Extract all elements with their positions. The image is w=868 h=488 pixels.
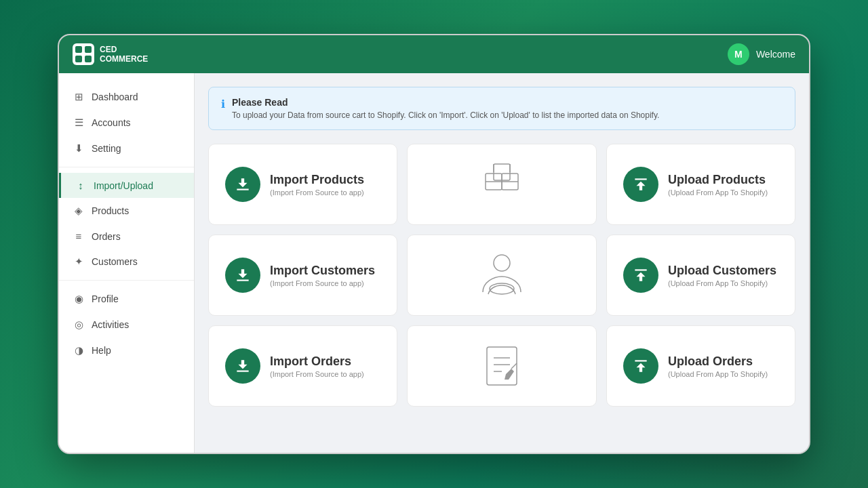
svg-rect-3 bbox=[85, 56, 92, 62]
sidebar-label-accounts: Accounts bbox=[92, 117, 131, 128]
sidebar-label-help: Help bbox=[92, 345, 111, 356]
upload-products-card[interactable]: Upload Products (Upload From App To Shop… bbox=[606, 144, 795, 225]
upload-customers-title: Upload Customers bbox=[668, 264, 776, 278]
logo-icon bbox=[73, 43, 94, 65]
activities-icon: ◎ bbox=[73, 319, 85, 331]
import-upload-icon: ↕ bbox=[75, 180, 87, 191]
upload-customers-card[interactable]: Upload Customers (Upload From App To Sho… bbox=[606, 235, 795, 316]
products-illustration bbox=[407, 144, 597, 225]
svg-rect-13 bbox=[487, 347, 517, 385]
orders-svg-icon bbox=[475, 339, 529, 393]
import-orders-text: Import Orders (Import From Source to app… bbox=[270, 354, 364, 378]
import-customers-card[interactable]: Import Customers (Import From Source to … bbox=[208, 235, 397, 316]
import-customers-text: Import Customers (Import From Source to … bbox=[270, 264, 375, 287]
info-title: Please Read bbox=[232, 97, 659, 108]
profile-icon: ◉ bbox=[73, 293, 85, 305]
logo-area: CED COMMERCE bbox=[73, 43, 148, 65]
import-products-icon-circle bbox=[225, 167, 260, 202]
upload-orders-title: Upload Orders bbox=[668, 354, 768, 369]
sidebar-item-activities[interactable]: ◎ Activities bbox=[59, 312, 194, 338]
upload-orders-subtitle: (Upload From App To Shopify) bbox=[668, 370, 768, 378]
upload-customers-text: Upload Customers (Upload From App To Sho… bbox=[668, 264, 776, 287]
help-icon: ◑ bbox=[73, 344, 85, 357]
device-frame: CED COMMERCE M Welcome ⊞ Dashboard ☰ Acc… bbox=[58, 34, 810, 454]
upload-products-title: Upload Products bbox=[668, 173, 768, 187]
svg-rect-1 bbox=[85, 46, 92, 53]
import-customers-title: Import Customers bbox=[270, 264, 375, 278]
welcome-label: Welcome bbox=[756, 49, 795, 60]
svg-line-17 bbox=[511, 363, 517, 369]
sidebar-item-customers[interactable]: ✦ Customers bbox=[59, 249, 194, 274]
upload-products-subtitle: (Upload From App To Shopify) bbox=[668, 188, 768, 197]
import-orders-title: Import Orders bbox=[270, 354, 364, 369]
customers-illustration bbox=[407, 235, 597, 316]
sidebar-item-dashboard[interactable]: ⊞ Dashboard bbox=[59, 84, 194, 110]
sidebar-label-activities: Activities bbox=[92, 319, 129, 330]
header-right: M Welcome bbox=[728, 43, 795, 65]
main-layout: ⊞ Dashboard ☰ Accounts ⬇ Setting ↕ Impor… bbox=[59, 73, 809, 453]
setting-icon: ⬇ bbox=[73, 142, 85, 155]
import-products-title: Import Products bbox=[270, 173, 364, 187]
dashboard-icon: ⊞ bbox=[73, 91, 85, 103]
import-customers-icon-circle bbox=[225, 258, 260, 293]
sidebar-label-customers: Customers bbox=[92, 256, 138, 267]
upload-orders-text: Upload Orders (Upload From App To Shopif… bbox=[668, 354, 768, 378]
upload-customers-icon-circle bbox=[623, 258, 658, 293]
import-products-text: Import Products (Import From Source to a… bbox=[270, 173, 364, 197]
sidebar-label-setting: Setting bbox=[92, 143, 121, 154]
svg-rect-0 bbox=[75, 46, 82, 53]
info-description: To upload your Data from source cart to … bbox=[232, 110, 659, 120]
sidebar-item-help[interactable]: ◑ Help bbox=[59, 338, 194, 363]
import-orders-card[interactable]: Import Orders (Import From Source to app… bbox=[208, 325, 397, 407]
customers-icon: ✦ bbox=[73, 256, 85, 268]
upload-orders-icon-circle bbox=[623, 348, 658, 384]
sidebar-divider-1 bbox=[59, 167, 194, 167]
sidebar-item-orders[interactable]: ≡ Orders bbox=[59, 224, 194, 249]
cards-grid: Import Products (Import From Source to a… bbox=[208, 144, 795, 407]
import-products-subtitle: (Import From Source to app) bbox=[270, 188, 364, 197]
import-customers-subtitle: (Import From Source to app) bbox=[270, 279, 375, 287]
sidebar-label-import-upload: Import/Upload bbox=[94, 180, 153, 191]
info-icon: ℹ bbox=[221, 98, 225, 110]
import-orders-subtitle: (Import From Source to app) bbox=[270, 370, 364, 378]
sidebar: ⊞ Dashboard ☰ Accounts ⬇ Setting ↕ Impor… bbox=[59, 73, 195, 453]
orders-icon: ≡ bbox=[73, 230, 85, 242]
sidebar-item-profile[interactable]: ◉ Profile bbox=[59, 286, 194, 312]
sidebar-label-products: Products bbox=[92, 205, 129, 216]
info-banner: ℹ Please Read To upload your Data from s… bbox=[208, 87, 795, 130]
sidebar-label-dashboard: Dashboard bbox=[92, 92, 138, 102]
accounts-icon: ☰ bbox=[73, 117, 85, 129]
sidebar-divider-2 bbox=[59, 280, 194, 281]
svg-point-11 bbox=[494, 255, 510, 271]
products-svg-icon bbox=[475, 157, 529, 211]
sidebar-item-accounts[interactable]: ☰ Accounts bbox=[59, 110, 194, 136]
upload-products-icon-circle bbox=[623, 167, 658, 202]
products-icon: ◈ bbox=[73, 205, 85, 217]
sidebar-item-products[interactable]: ◈ Products bbox=[59, 198, 194, 224]
logo-text: CED COMMERCE bbox=[100, 45, 148, 64]
upload-customers-subtitle: (Upload From App To Shopify) bbox=[668, 279, 776, 287]
upload-orders-card[interactable]: Upload Orders (Upload From App To Shopif… bbox=[606, 325, 795, 407]
orders-illustration bbox=[407, 325, 597, 407]
import-orders-icon-circle bbox=[225, 348, 260, 384]
avatar: M bbox=[728, 43, 749, 65]
customers-svg-icon bbox=[475, 248, 529, 302]
sidebar-item-setting[interactable]: ⬇ Setting bbox=[59, 136, 194, 161]
upload-products-text: Upload Products (Upload From App To Shop… bbox=[668, 173, 768, 197]
info-text: Please Read To upload your Data from sou… bbox=[232, 97, 659, 120]
content-area: ℹ Please Read To upload your Data from s… bbox=[195, 73, 809, 453]
svg-rect-2 bbox=[75, 56, 82, 62]
header: CED COMMERCE M Welcome bbox=[59, 35, 809, 73]
sidebar-label-profile: Profile bbox=[92, 293, 119, 304]
import-products-card[interactable]: Import Products (Import From Source to a… bbox=[208, 144, 397, 225]
sidebar-label-orders: Orders bbox=[92, 231, 121, 242]
sidebar-item-import-upload[interactable]: ↕ Import/Upload bbox=[59, 173, 194, 198]
